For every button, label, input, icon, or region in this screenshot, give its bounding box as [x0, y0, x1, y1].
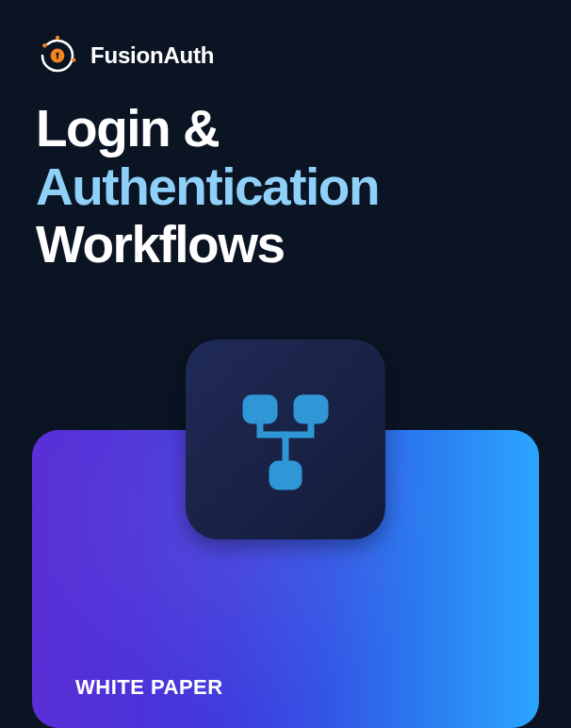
svg-point-5 [56, 36, 59, 40]
page-title: Login & Authentication Workflows [36, 100, 539, 274]
title-line-1: Login & [36, 100, 539, 158]
svg-rect-7 [243, 395, 277, 423]
title-line-3: Workflows [36, 216, 539, 274]
document-type-label: WHITE PAPER [75, 675, 223, 700]
fusionauth-target-icon [36, 34, 79, 77]
svg-rect-8 [294, 395, 328, 423]
svg-point-6 [72, 58, 75, 61]
svg-rect-3 [57, 55, 58, 59]
feature-tile [186, 339, 385, 539]
svg-rect-9 [269, 461, 302, 489]
workflow-tree-icon [226, 380, 345, 499]
title-line-2: Authentication [36, 158, 539, 217]
brand-name: FusionAuth [90, 42, 214, 69]
svg-point-4 [42, 43, 46, 47]
brand-header: FusionAuth [36, 34, 214, 77]
